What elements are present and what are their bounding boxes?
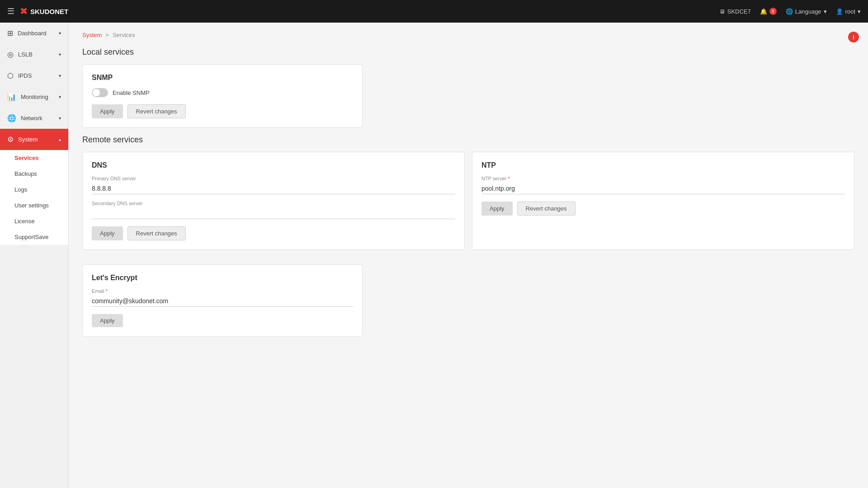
logo: ✖ SKUDONET	[20, 6, 68, 17]
globe-icon: 🌐	[786, 8, 793, 15]
required-asterisk: *	[508, 176, 509, 181]
sidebar-item-network[interactable]: 🌐 Network ▾	[0, 108, 68, 129]
ntp-card: NTP NTP server * Apply Revert changes	[472, 152, 854, 250]
bell-icon: 🔔	[760, 8, 767, 15]
ntp-apply-button[interactable]: Apply	[481, 202, 513, 216]
secondary-dns-input[interactable]	[92, 208, 455, 219]
sidebar-item-logs[interactable]: Logs	[0, 182, 68, 197]
sidebar-item-user-settings[interactable]: User settings	[0, 197, 68, 213]
snmp-card: SNMP Enable SNMP Apply Revert changes	[82, 64, 363, 128]
email-input[interactable]	[92, 296, 353, 307]
breadcrumb-system-link[interactable]: System	[82, 32, 102, 38]
ntp-title: NTP	[481, 161, 845, 169]
device-label: SKDCE7	[727, 8, 751, 15]
main-content: System > Services Local services SNMP En…	[69, 23, 868, 488]
ntp-server-field: NTP server *	[481, 176, 845, 194]
chevron-down-icon: ▾	[59, 31, 61, 36]
email-field: Email *	[92, 288, 353, 307]
sidebar-item-label: Network	[21, 115, 42, 122]
secondary-dns-label: Secondary DNS server	[92, 201, 455, 206]
sidebar-item-license[interactable]: License	[0, 213, 68, 229]
notification-count: 8	[769, 8, 777, 15]
local-services-title: Local services	[82, 47, 854, 57]
user-menu[interactable]: 👤 root ▾	[836, 8, 861, 15]
language-chevron-icon: ▾	[824, 8, 827, 15]
chevron-down-icon: ▾	[59, 52, 61, 57]
logo-icon: ✖	[20, 6, 28, 17]
secondary-dns-field: Secondary DNS server	[92, 201, 455, 219]
sidebar-item-label: Dashboard	[18, 30, 47, 37]
hamburger-icon[interactable]: ☰	[7, 6, 14, 16]
sidebar-item-ipds[interactable]: ⬡ IPDS ▾	[0, 65, 68, 86]
snmp-title: SNMP	[92, 74, 353, 82]
ipds-icon: ⬡	[7, 71, 14, 80]
remote-services-title: Remote services	[82, 135, 854, 145]
snmp-toggle-row: Enable SNMP	[92, 88, 353, 97]
snmp-apply-button[interactable]: Apply	[92, 104, 123, 118]
ntp-revert-button[interactable]: Revert changes	[517, 202, 576, 216]
sidebar-item-supportsave[interactable]: SupportSave	[0, 229, 68, 245]
language-selector[interactable]: 🌐 Language ▾	[786, 8, 827, 15]
info-icon[interactable]: i	[848, 32, 859, 42]
email-label: Email *	[92, 288, 353, 294]
breadcrumb-current: Services	[113, 32, 135, 38]
sidebar-item-label: IPDS	[18, 72, 32, 79]
dns-card: DNS Primary DNS server Secondary DNS ser…	[82, 152, 465, 250]
letsencrypt-card: Let's Encrypt Email * Apply	[82, 264, 363, 337]
sidebar-item-services[interactable]: Services	[0, 150, 68, 166]
breadcrumb-separator: >	[105, 32, 109, 38]
ntp-button-row: Apply Revert changes	[481, 202, 845, 216]
chevron-down-icon: ▾	[59, 73, 61, 78]
dashboard-icon: ⊞	[7, 29, 13, 38]
device-selector[interactable]: 🖥 SKDCE7	[719, 8, 751, 15]
user-icon: 👤	[836, 8, 843, 15]
dns-apply-button[interactable]: Apply	[92, 226, 123, 240]
navbar: ☰ ✖ SKUDONET 🖥 SKDCE7 🔔 8 🌐 Language ▾ 👤…	[0, 0, 868, 23]
sidebar-item-label: System	[18, 136, 38, 143]
dns-revert-button[interactable]: Revert changes	[127, 226, 186, 240]
sidebar-item-label: Monitoring	[21, 94, 48, 100]
notification-bell[interactable]: 🔔 8	[760, 8, 777, 15]
sidebar-item-lslb[interactable]: ◎ LSLB ▾	[0, 44, 68, 65]
language-label: Language	[795, 8, 821, 15]
ntp-server-input[interactable]	[481, 183, 845, 194]
required-asterisk: *	[106, 288, 108, 294]
network-icon: 🌐	[7, 114, 16, 122]
snmp-revert-button[interactable]: Revert changes	[127, 104, 186, 118]
letsencrypt-title: Let's Encrypt	[92, 274, 353, 282]
chevron-down-icon: ▾	[59, 116, 61, 121]
dns-title: DNS	[92, 161, 455, 169]
sidebar-item-backups[interactable]: Backups	[0, 166, 68, 182]
monitoring-icon: 📊	[7, 93, 16, 101]
sidebar-submenu-system: Services Backups Logs User settings Lice…	[0, 150, 68, 245]
sidebar-item-monitoring[interactable]: 📊 Monitoring ▾	[0, 86, 68, 108]
snmp-button-row: Apply Revert changes	[92, 104, 353, 118]
sidebar: ⊞ Dashboard ▾ ◎ LSLB ▾ ⬡ IPDS ▾ 📊 Monito…	[0, 23, 69, 488]
user-chevron-icon: ▾	[858, 8, 861, 15]
user-label: root	[845, 8, 855, 15]
monitor-icon: 🖥	[719, 8, 725, 15]
primary-dns-label: Primary DNS server	[92, 176, 455, 181]
sidebar-item-system[interactable]: ⚙ System ▴	[0, 129, 68, 150]
breadcrumb: System > Services	[82, 32, 854, 38]
snmp-toggle[interactable]	[92, 88, 108, 97]
lslb-icon: ◎	[7, 50, 14, 59]
letsencrypt-apply-button[interactable]: Apply	[92, 314, 123, 327]
primary-dns-field: Primary DNS server	[92, 176, 455, 194]
snmp-toggle-label: Enable SNMP	[113, 89, 150, 96]
remote-services-row: DNS Primary DNS server Secondary DNS ser…	[82, 152, 854, 257]
toggle-slider	[92, 88, 108, 97]
dns-button-row: Apply Revert changes	[92, 226, 455, 240]
sidebar-item-label: LSLB	[18, 51, 33, 58]
chevron-up-icon: ▴	[59, 137, 61, 142]
system-icon: ⚙	[7, 135, 14, 144]
logo-text: SKUDONET	[30, 8, 68, 15]
sidebar-item-dashboard[interactable]: ⊞ Dashboard ▾	[0, 23, 68, 44]
chevron-down-icon: ▾	[59, 94, 61, 99]
ntp-server-label: NTP server *	[481, 176, 845, 181]
primary-dns-input[interactable]	[92, 183, 455, 194]
letsencrypt-button-row: Apply	[92, 314, 353, 327]
navbar-right: 🖥 SKDCE7 🔔 8 🌐 Language ▾ 👤 root ▾	[719, 8, 861, 15]
